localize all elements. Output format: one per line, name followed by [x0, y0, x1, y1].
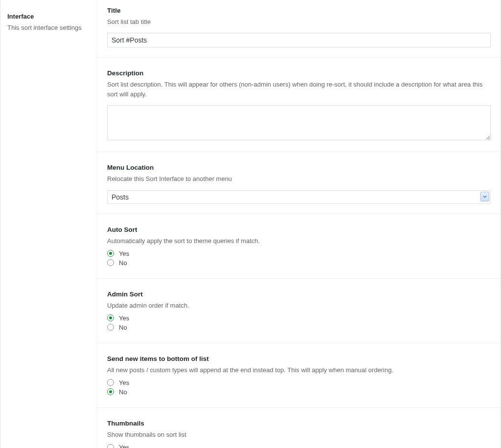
heading-send-bottom: Send new items to bottom of list: [107, 355, 491, 362]
auto-sort-no-row[interactable]: No: [107, 259, 491, 267]
desc-auto-sort: Automatically apply the sort to theme qu…: [107, 236, 491, 246]
admin-sort-no-row[interactable]: No: [107, 324, 491, 331]
radio-label: Yes: [119, 379, 129, 386]
menu-location-select-wrap: Posts: [107, 190, 491, 204]
section-auto-sort: Auto Sort Automatically apply the sort t…: [97, 214, 501, 279]
content: Title Sort list tab title Description So…: [97, 0, 501, 448]
sidebar: Interface This sort interface settings: [0, 0, 97, 448]
desc-admin-sort: Update admin order if match.: [107, 301, 491, 311]
radio-icon: [107, 444, 114, 448]
radio-label: No: [119, 324, 127, 331]
radio-label: Yes: [119, 250, 129, 257]
description-textarea[interactable]: [107, 105, 491, 140]
desc-menu-location: Relocate this Sort Interface to another …: [107, 174, 491, 184]
heading-title: Title: [107, 7, 491, 14]
radio-label: Yes: [119, 444, 129, 448]
radio-label: No: [119, 259, 127, 267]
radio-label: Yes: [119, 314, 129, 322]
section-menu-location: Menu Location Relocate this Sort Interfa…: [97, 152, 501, 214]
section-send-bottom: Send new items to bottom of list All new…: [97, 343, 501, 408]
desc-send-bottom: All new posts / custom types will append…: [107, 365, 491, 375]
heading-description: Description: [107, 69, 491, 77]
heading-auto-sort: Auto Sort: [107, 226, 491, 233]
radio-label: No: [119, 388, 127, 396]
heading-menu-location: Menu Location: [107, 164, 491, 171]
send-bottom-no-row[interactable]: No: [107, 388, 491, 396]
radio-icon: [107, 388, 114, 395]
section-admin-sort: Admin Sort Update admin order if match. …: [97, 279, 501, 343]
settings-page: Interface This sort interface settings T…: [0, 0, 501, 448]
section-title: Title Sort list tab title: [97, 0, 501, 58]
radio-icon: [107, 250, 114, 257]
send-bottom-yes-row[interactable]: Yes: [107, 379, 491, 386]
desc-title: Sort list tab title: [107, 17, 491, 27]
heading-admin-sort: Admin Sort: [107, 291, 491, 298]
desc-description: Sort list description. This will appear …: [107, 80, 491, 99]
sidebar-description: This sort interface settings: [7, 23, 90, 33]
heading-thumbnails: Thumbnails: [107, 420, 491, 427]
auto-sort-yes-row[interactable]: Yes: [107, 250, 491, 257]
desc-thumbnails: Show thumbnails on sort list: [107, 430, 491, 440]
radio-icon: [107, 379, 114, 386]
radio-icon: [107, 324, 114, 331]
radio-icon: [107, 259, 114, 266]
thumbnails-yes-row[interactable]: Yes: [107, 444, 491, 448]
menu-location-select[interactable]: Posts: [107, 190, 491, 204]
radio-icon: [107, 314, 114, 321]
admin-sort-yes-row[interactable]: Yes: [107, 314, 491, 322]
sidebar-title: Interface: [7, 13, 90, 20]
section-thumbnails: Thumbnails Show thumbnails on sort list …: [97, 408, 501, 448]
section-description: Description Sort list description. This …: [97, 58, 501, 152]
title-input[interactable]: [107, 33, 491, 47]
